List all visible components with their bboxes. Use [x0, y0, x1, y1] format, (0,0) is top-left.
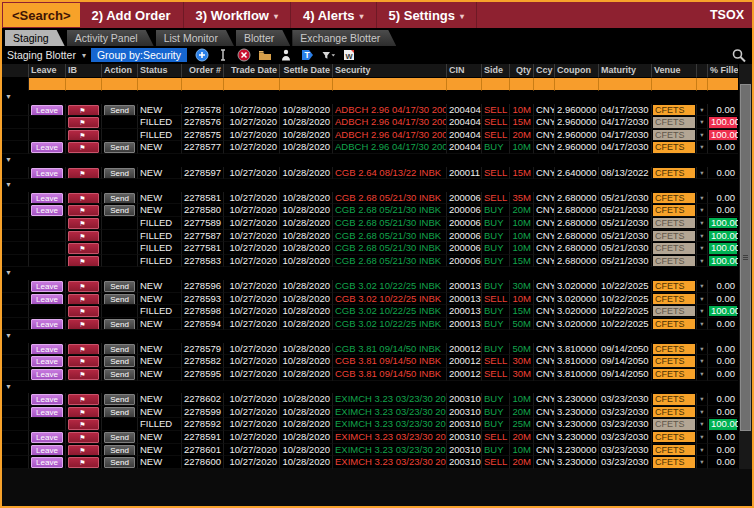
chat-button[interactable]: ⚑CHAT	[68, 256, 99, 267]
group-header[interactable]: ▼ADBCH 2.96 04/17/30 2004	[2, 91, 739, 104]
filter-cell[interactable]	[333, 78, 447, 91]
ib-button[interactable]: ⚑IB	[68, 369, 99, 380]
group-header[interactable]: ▼EXIMCH 3.23 03/23/30 2010	[2, 381, 739, 394]
table-row[interactable]: Leave⚑IBSendNEW227858010/27/202010/28/20…	[2, 204, 739, 217]
venue-chip[interactable]: CFETS	[653, 243, 695, 253]
scrollbar-thumb[interactable]	[740, 84, 751, 431]
tab-list-monitor[interactable]: List Monitor	[156, 30, 234, 46]
chat-button[interactable]: ⚑CHAT	[68, 117, 99, 128]
venue-dropdown-icon[interactable]: ▾	[697, 242, 708, 255]
person-icon[interactable]	[279, 48, 294, 62]
ib-button[interactable]: ⚑IB	[68, 394, 99, 405]
col-header-status[interactable]: Status	[138, 64, 182, 78]
venue-chip[interactable]: CFETS	[653, 231, 695, 241]
send-button[interactable]: Send	[104, 432, 135, 443]
filter-cell[interactable]	[482, 78, 510, 91]
table-row[interactable]: ⚑CHATFILLED227857510/27/202010/28/2020AD…	[2, 129, 739, 142]
venue-dropdown-icon[interactable]: ▾	[697, 393, 708, 406]
col-header-maturity[interactable]: Maturity	[599, 64, 652, 78]
send-button[interactable]: Send	[104, 394, 135, 405]
venue-chip[interactable]: CFETS	[653, 356, 695, 366]
menu-item-add-order[interactable]: 2) Add Order	[80, 2, 184, 28]
chat-button[interactable]: ⚑CHAT	[68, 243, 99, 254]
table-row[interactable]: Leave⚑IBSendNEW227860210/27/202010/28/20…	[2, 393, 739, 406]
leave-button[interactable]: Leave	[31, 142, 63, 153]
col-header-qty[interactable]: Qty	[510, 64, 534, 78]
venue-chip[interactable]: CFETS	[653, 407, 695, 417]
leave-button[interactable]: Leave	[31, 205, 63, 216]
leave-button[interactable]: Leave	[31, 394, 63, 405]
ib-button[interactable]: ⚑IB	[68, 356, 99, 367]
chat-button[interactable]: ⚑CHAT	[68, 306, 99, 317]
leave-button[interactable]: Leave	[31, 344, 63, 355]
table-row[interactable]: ⚑CHATFILLED227857610/27/202010/28/2020AD…	[2, 116, 739, 129]
table-row[interactable]: Leave⚑IBSendNEW227860110/27/202010/28/20…	[2, 444, 739, 457]
tab-staging[interactable]: Staging	[5, 30, 65, 46]
filter-cell[interactable]	[66, 78, 102, 91]
tab-blotter[interactable]: Blotter	[236, 30, 290, 46]
venue-chip[interactable]: CFETS	[653, 130, 695, 140]
send-button[interactable]: Send	[104, 105, 135, 116]
col-header-cin[interactable]: CIN	[447, 64, 482, 78]
venue-dropdown-icon[interactable]: ▾	[697, 217, 708, 230]
ib-button[interactable]: ⚑IB	[68, 457, 99, 468]
search-button[interactable]: <Search>	[3, 3, 80, 27]
venue-chip[interactable]: CFETS	[653, 294, 695, 304]
chat-button[interactable]: ⚑CHAT	[68, 218, 99, 229]
venue-dropdown-icon[interactable]: ▾	[697, 255, 708, 268]
filter-cell[interactable]	[280, 78, 333, 91]
venue-dropdown-icon[interactable]: ▾	[697, 192, 708, 205]
send-button[interactable]: Send	[104, 205, 135, 216]
col-header-security[interactable]: Security	[333, 64, 447, 78]
venue-chip[interactable]: CFETS	[653, 193, 695, 203]
venue-chip[interactable]: CFETS	[653, 344, 695, 354]
ib-button[interactable]: ⚑IB	[68, 281, 99, 292]
col-header-pct-filled[interactable]: % Filled▲	[708, 64, 739, 78]
filter-cell[interactable]	[102, 78, 138, 91]
venue-chip[interactable]: CFETS	[653, 419, 695, 429]
table-row[interactable]: ⚑CHATFILLED227859810/27/202010/28/2020CG…	[2, 305, 739, 318]
filter-cell[interactable]	[224, 78, 280, 91]
col-header-action[interactable]: Action	[102, 64, 138, 78]
table-row[interactable]: ⚑CHATFILLED227758910/27/202010/28/2020CG…	[2, 217, 739, 230]
table-row[interactable]: Leave⚑IBSendNEW227857910/27/202010/28/20…	[2, 343, 739, 356]
table-row[interactable]: Leave⚑IBSendNEW227860010/27/202010/28/20…	[2, 456, 739, 469]
table-row[interactable]: ⚑CHATFILLED227858310/27/202010/28/2020CG…	[2, 255, 739, 268]
col-header-ccy[interactable]: Ccy	[534, 64, 555, 78]
cut-icon[interactable]	[216, 48, 231, 62]
venue-dropdown-icon[interactable]: ▾	[697, 230, 708, 243]
send-button[interactable]: Send	[104, 193, 135, 204]
venue-chip[interactable]: CFETS	[653, 281, 695, 291]
leave-button[interactable]: Leave	[31, 281, 63, 292]
venue-dropdown-icon[interactable]: ▾	[697, 204, 708, 217]
col-header-settle-date[interactable]: Settle Date	[280, 64, 333, 78]
ib-button[interactable]: ⚑IB	[68, 193, 99, 204]
col-header-ib[interactable]: IB	[66, 64, 102, 78]
send-button[interactable]: Send	[104, 356, 135, 367]
table-row[interactable]: Leave⚑IBSendNEW227857710/27/202010/28/20…	[2, 141, 739, 154]
menu-item-workflow[interactable]: 3) Workflow▾	[184, 2, 291, 28]
ib-button[interactable]: ⚑IB	[68, 294, 99, 305]
filter-cell[interactable]	[599, 78, 652, 91]
venue-dropdown-icon[interactable]: ▾	[697, 355, 708, 368]
leave-button[interactable]: Leave	[31, 356, 63, 367]
venue-dropdown-icon[interactable]: ▾	[697, 418, 708, 431]
send-button[interactable]: Send	[104, 294, 135, 305]
group-header[interactable]: ▼CGB 2.64 08/13/22 INBK	[2, 154, 739, 167]
venue-chip[interactable]: CFETS	[653, 117, 695, 127]
ib-button[interactable]: ⚑IB	[68, 319, 99, 330]
filter-cell[interactable]	[29, 78, 66, 91]
ib-button[interactable]: ⚑IB	[68, 168, 99, 179]
col-header-leave[interactable]: Leave	[29, 64, 66, 78]
cancel-icon[interactable]	[237, 48, 252, 62]
group-by-chip[interactable]: Group by:Security	[91, 48, 187, 62]
filter-cell[interactable]	[697, 78, 708, 91]
table-row[interactable]: Leave⚑IBSendNEW227859410/27/202010/28/20…	[2, 318, 739, 331]
filter-cell[interactable]	[182, 78, 224, 91]
venue-dropdown-icon[interactable]: ▾	[697, 293, 708, 306]
filter-cell[interactable]	[534, 78, 555, 91]
chat-button[interactable]: ⚑CHAT	[68, 419, 99, 430]
venue-chip[interactable]: CFETS	[653, 142, 695, 152]
route-icon[interactable]: T	[300, 48, 315, 62]
ib-button[interactable]: ⚑IB	[68, 407, 99, 418]
